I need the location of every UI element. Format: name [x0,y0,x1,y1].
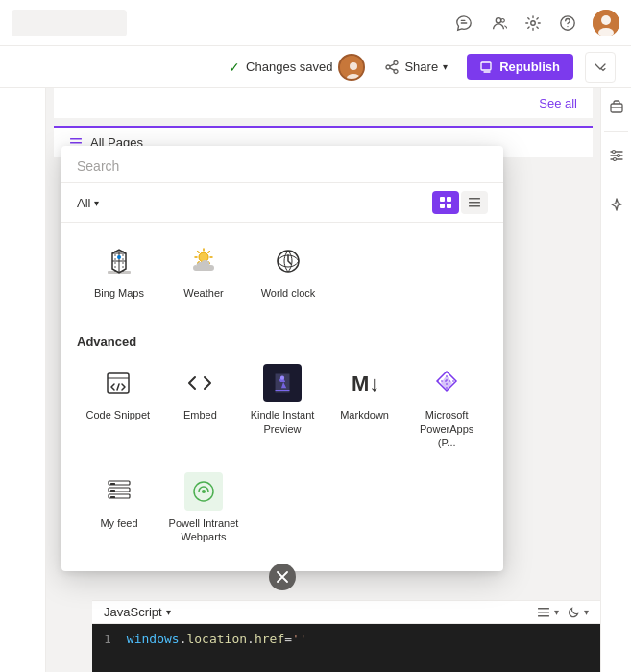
webpart-markdown[interactable]: M↓ Markdown [324,356,406,457]
second-toolbar: ✓ Changes saved Share ▾ Republish [0,46,631,88]
webpart-embed[interactable]: Embed [159,356,242,457]
contacts-icon[interactable] [489,13,508,33]
see-all-link[interactable]: See all [539,96,577,110]
webpart-world-clock[interactable]: World clock [246,234,330,307]
weather-icon [184,242,223,280]
editor-toolbar-right: ▾ ▾ [537,606,589,619]
adjust-icon[interactable] [606,145,627,166]
svg-rect-39 [538,608,549,610]
share-dropdown-arrow: ▾ [443,61,448,72]
svg-rect-41 [538,615,549,617]
language-label: JavaScript [104,605,162,619]
webpart-myfeed[interactable]: My feed [77,465,161,552]
svg-rect-33 [110,483,115,485]
advanced-row-1: Code Snippet Embed [77,356,488,457]
svg-rect-20 [469,202,480,204]
share-icon [384,60,400,75]
settings-icon[interactable] [523,13,543,33]
popup-search-input[interactable] [77,158,488,174]
code-editor-area: JavaScript ▾ ▾ [92,600,600,672]
code-string: '' [292,632,307,646]
webpart-powell[interactable]: Powell Intranet Webparts [161,465,246,552]
filter-all-dropdown[interactable]: All ▾ [77,196,99,210]
svg-point-0 [496,17,500,22]
top-nav [0,0,631,46]
filter-dropdown-arrow: ▾ [94,198,99,208]
svg-rect-21 [469,205,480,207]
weather-label: Weather [183,286,223,300]
main-area: See all All Pages All ▾ [0,88,631,672]
svg-point-44 [617,155,619,157]
svg-point-38 [202,490,206,493]
chat-icon[interactable] [454,13,473,33]
webpart-powerapps[interactable]: Microsoft PowerApps (P... [405,356,488,457]
webpart-bing-maps[interactable]: Bing Maps [77,234,161,307]
list-format-button[interactable]: ▾ [537,606,559,619]
svg-point-6 [601,15,611,25]
theme-button[interactable]: ▾ [567,606,589,619]
changes-saved-text: Changes saved [246,60,332,74]
content-area: See all All Pages All ▾ [46,88,600,672]
language-selector[interactable]: JavaScript ▾ [104,605,171,619]
kindle-icon-wrapper [263,364,302,402]
popup-filter-row: All ▾ [61,183,503,223]
editor-toolbar: JavaScript ▾ ▾ [92,601,600,624]
kindle-label: Kindle Instant Preview [245,408,320,436]
theme-arrow: ▾ [584,607,589,617]
svg-point-1 [501,18,505,22]
webpart-code-snippet[interactable]: Code Snippet [77,356,159,457]
nav-search-box[interactable] [12,10,127,36]
left-sidebar [0,88,46,672]
svg-point-43 [612,151,615,154]
code-editor-content[interactable]: 1windows.location.href='' [92,624,600,672]
svg-point-4 [567,25,568,26]
collapse-icon [594,60,607,74]
sparkle-icon[interactable] [606,194,627,215]
markdown-icon: M↓ [346,364,384,402]
avatar[interactable] [593,10,619,36]
embed-icon [181,364,219,402]
user-avatar-small[interactable] [338,54,365,81]
briefcase-icon[interactable] [606,96,627,117]
webpart-weather[interactable]: Weather [161,234,246,307]
collapse-button[interactable] [585,52,616,83]
code-snippet-label: Code Snippet [85,408,150,421]
myfeed-label: My feed [100,516,137,530]
webpart-kindle[interactable]: Kindle Instant Preview [241,356,324,457]
svg-point-45 [613,158,616,161]
svg-rect-11 [481,62,491,70]
code-dot2: . [247,632,255,646]
svg-rect-40 [538,612,549,613]
svg-rect-16 [447,197,451,202]
svg-point-28 [280,376,284,380]
svg-point-2 [531,20,536,25]
world-clock-icon [269,242,307,280]
bing-maps-icon [100,242,138,280]
moon-icon [567,606,580,619]
powerapps-icon [427,364,466,402]
svg-rect-34 [110,490,115,492]
filter-all-label: All [77,196,90,210]
republish-icon [480,60,494,74]
powell-label: Powell Intranet Webparts [165,516,242,544]
grid-icon [439,196,452,209]
sidebar-divider-2 [604,180,628,180]
code-property: href [255,632,284,646]
webpart-picker-popup: All ▾ [61,146,503,571]
share-button[interactable]: Share ▾ [376,56,455,79]
svg-rect-15 [440,197,445,202]
svg-rect-12 [70,138,82,140]
svg-rect-18 [447,204,451,208]
code-equals: = [284,632,292,646]
world-clock-label: World clock [261,286,316,300]
republish-button[interactable]: Republish [467,54,573,80]
list-view-button[interactable] [461,191,488,214]
advanced-row-2: My feed [77,465,488,552]
popup-close-button[interactable] [269,564,296,590]
svg-point-23 [117,255,121,259]
svg-rect-26 [108,373,129,393]
help-icon[interactable] [558,13,577,33]
featured-webparts: Bing Maps Weather [61,223,503,326]
svg-point-9 [350,62,357,70]
grid-view-button[interactable] [432,191,459,214]
